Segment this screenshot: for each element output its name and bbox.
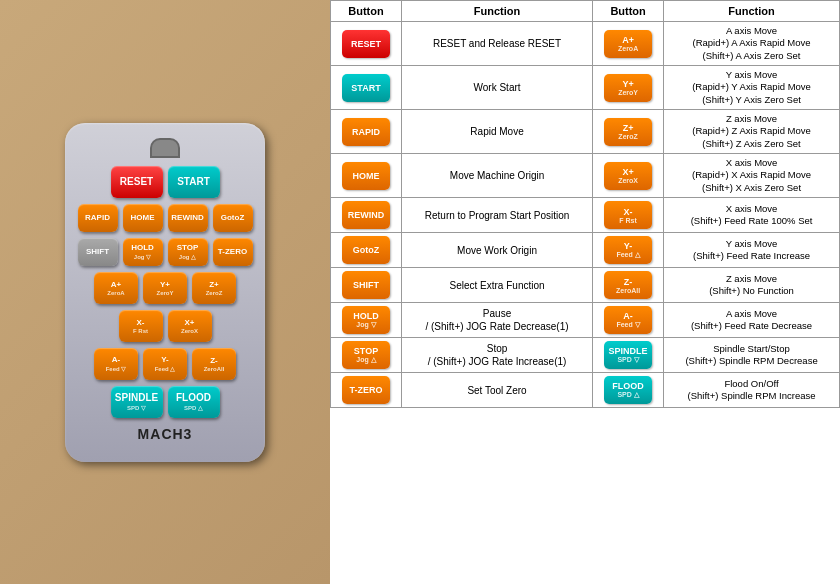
table-header-row: Button Function Button Function	[331, 1, 840, 22]
table-row: RESETRESET and Release RESETA+ZeroAA axi…	[331, 22, 840, 66]
flood-button[interactable]: FLOOD SPD △	[168, 386, 220, 418]
table-func1-cell-9: Set Tool Zero	[401, 373, 592, 408]
cable-hook	[150, 138, 180, 158]
table-func1-cell-8: Stop/ (Shift+) JOG Rate Increase(1)	[401, 338, 592, 373]
start-button[interactable]: START	[168, 166, 220, 198]
reference-table: Button Function Button Function RESETRES…	[330, 0, 840, 408]
table-func2-cell-9: Flood On/Off(Shift+) Spindle RPM Increas…	[664, 373, 840, 408]
zplus-button[interactable]: Z+ ZeroZ	[192, 272, 236, 304]
table-btn2-cell-5: Y-Feed △	[593, 233, 664, 268]
table-btn1-cell-4: REWIND	[331, 198, 402, 233]
row-rapid-home: RAPID HOME REWIND GotoZ	[77, 204, 253, 232]
col-btn1: Button	[331, 1, 402, 22]
col-func2: Function	[664, 1, 840, 22]
table-btn2-cell-3: X+ZeroX	[593, 154, 664, 198]
table-btn2-0[interactable]: A+ZeroA	[604, 30, 652, 58]
table-btn1-0[interactable]: RESET	[342, 30, 390, 58]
table-func2-cell-5: Y axis Move(Shift+) Feed Rate Increase	[664, 233, 840, 268]
table-row: SHIFTSelect Extra FunctionZ-ZeroAllZ axi…	[331, 268, 840, 303]
table-btn1-cell-8: STOPJog △	[331, 338, 402, 373]
table-btn1-4[interactable]: REWIND	[342, 201, 390, 229]
table-func2-cell-8: Spindle Start/Stop(Shift+) Spindle RPM D…	[664, 338, 840, 373]
table-func1-cell-5: Move Work Origin	[401, 233, 592, 268]
row-shift-hold: SHIFT HOLD Jog ▽ STOP Jog △ T-ZERO	[77, 238, 253, 266]
aplus-button[interactable]: A+ ZeroA	[94, 272, 138, 304]
table-btn1-cell-2: RAPID	[331, 110, 402, 154]
table-btn1-1[interactable]: START	[342, 74, 390, 102]
table-btn2-1[interactable]: Y+ZeroY	[604, 74, 652, 102]
table-btn2-cell-4: X-F Rst	[593, 198, 664, 233]
table-func1-cell-4: Return to Program Start Position	[401, 198, 592, 233]
table-btn1-cell-0: RESET	[331, 22, 402, 66]
table-btn1-7[interactable]: HOLDJog ▽	[342, 306, 390, 334]
gotoz-button[interactable]: GotoZ	[213, 204, 253, 232]
table-btn2-4[interactable]: X-F Rst	[604, 201, 652, 229]
table-btn2-cell-1: Y+ZeroY	[593, 66, 664, 110]
table-btn2-cell-2: Z+ZeroZ	[593, 110, 664, 154]
row-aplus-yplus: A+ ZeroA Y+ ZeroY Z+ ZeroZ	[77, 272, 253, 304]
table-btn1-cell-9: T-ZERO	[331, 373, 402, 408]
table-btn1-cell-1: START	[331, 66, 402, 110]
table-btn1-8[interactable]: STOPJog △	[342, 341, 390, 369]
table-btn2-5[interactable]: Y-Feed △	[604, 236, 652, 264]
table-func1-cell-1: Work Start	[401, 66, 592, 110]
table-btn1-9[interactable]: T-ZERO	[342, 376, 390, 404]
yminus-button[interactable]: Y- Feed △	[143, 348, 187, 380]
table-row: RAPIDRapid MoveZ+ZeroZZ axis Move(Rapid+…	[331, 110, 840, 154]
table-func2-cell-1: Y axis Move(Rapid+) Y Axis Rapid Move(Sh…	[664, 66, 840, 110]
row-xminus-xplus: X- F Rst X+ ZeroX	[77, 310, 253, 342]
table-btn1-6[interactable]: SHIFT	[342, 271, 390, 299]
table-btn2-3[interactable]: X+ZeroX	[604, 162, 652, 190]
col-func1: Function	[401, 1, 592, 22]
table-row: STARTWork StartY+ZeroYY axis Move(Rapid+…	[331, 66, 840, 110]
table-btn2-cell-8: SPINDLESPD ▽	[593, 338, 664, 373]
rewind-button[interactable]: REWIND	[168, 204, 208, 232]
table-btn2-cell-9: FLOODSPD △	[593, 373, 664, 408]
table-btn2-8[interactable]: SPINDLESPD ▽	[604, 341, 652, 369]
reset-button[interactable]: RESET	[111, 166, 163, 198]
table-func2-cell-0: A axis Move(Rapid+) A Axis Rapid Move(Sh…	[664, 22, 840, 66]
table-func2-cell-6: Z axis Move(Shift+) No Function	[664, 268, 840, 303]
table-func2-cell-7: A axis Move(Shift+) Feed Rate Decrease	[664, 303, 840, 338]
table-btn2-2[interactable]: Z+ZeroZ	[604, 118, 652, 146]
table-row: STOPJog △Stop/ (Shift+) JOG Rate Increas…	[331, 338, 840, 373]
table-btn2-6[interactable]: Z-ZeroAll	[604, 271, 652, 299]
stop-button[interactable]: STOP Jog △	[168, 238, 208, 266]
col-btn2: Button	[593, 1, 664, 22]
table-btn1-cell-3: HOME	[331, 154, 402, 198]
table-btn2-7[interactable]: A-Feed ▽	[604, 306, 652, 334]
row-spindle-flood: SPINDLE SPD ▽ FLOOD SPD △	[77, 386, 253, 418]
table-row: GotoZMove Work OriginY-Feed △Y axis Move…	[331, 233, 840, 268]
controller-panel: RESET START RAPID HOME REWIND GotoZ SHIF…	[0, 0, 330, 584]
yplus-button[interactable]: Y+ ZeroY	[143, 272, 187, 304]
table-func2-cell-4: X axis Move(Shift+) Feed Rate 100% Set	[664, 198, 840, 233]
table-func1-cell-0: RESET and Release RESET	[401, 22, 592, 66]
aminus-button[interactable]: A- Feed ▽	[94, 348, 138, 380]
rapid-button[interactable]: RAPID	[78, 204, 118, 232]
table-row: REWINDReturn to Program Start PositionX-…	[331, 198, 840, 233]
home-button[interactable]: HOME	[123, 204, 163, 232]
table-btn2-9[interactable]: FLOODSPD △	[604, 376, 652, 404]
table-btn1-3[interactable]: HOME	[342, 162, 390, 190]
table-btn1-cell-7: HOLDJog ▽	[331, 303, 402, 338]
table-btn2-cell-7: A-Feed ▽	[593, 303, 664, 338]
table-btn2-cell-0: A+ZeroA	[593, 22, 664, 66]
controller-body: RESET START RAPID HOME REWIND GotoZ SHIF…	[65, 123, 265, 462]
hold-button[interactable]: HOLD Jog ▽	[123, 238, 163, 266]
shift-button[interactable]: SHIFT	[78, 238, 118, 266]
table-btn1-2[interactable]: RAPID	[342, 118, 390, 146]
zminus-button[interactable]: Z- ZeroAll	[192, 348, 236, 380]
table-btn1-5[interactable]: GotoZ	[342, 236, 390, 264]
table-func2-cell-3: X axis Move(Rapid+) X Axis Rapid Move(Sh…	[664, 154, 840, 198]
xplus-button[interactable]: X+ ZeroX	[168, 310, 212, 342]
table-func2-cell-2: Z axis Move(Rapid+) Z Axis Rapid Move(Sh…	[664, 110, 840, 154]
tzero-button[interactable]: T-ZERO	[213, 238, 253, 266]
row-reset-start: RESET START	[77, 166, 253, 198]
table-func1-cell-3: Move Machine Origin	[401, 154, 592, 198]
table-row: HOLDJog ▽Pause/ (Shift+) JOG Rate Decrea…	[331, 303, 840, 338]
table-func1-cell-2: Rapid Move	[401, 110, 592, 154]
xminus-button[interactable]: X- F Rst	[119, 310, 163, 342]
table-row: T-ZEROSet Tool ZeroFLOODSPD △Flood On/Of…	[331, 373, 840, 408]
table-panel: Button Function Button Function RESETRES…	[330, 0, 840, 584]
spindle-button[interactable]: SPINDLE SPD ▽	[111, 386, 163, 418]
